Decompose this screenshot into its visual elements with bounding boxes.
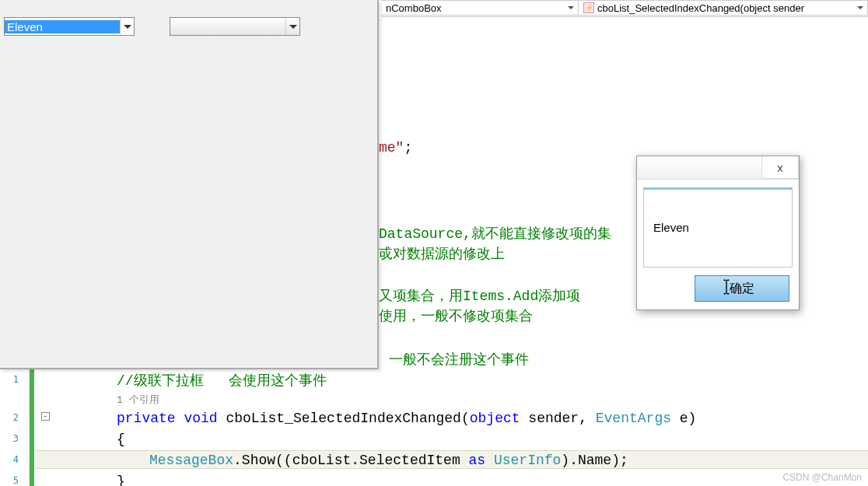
dialog-button-row: 确定 (643, 267, 793, 303)
nav-member-dropdown[interactable]: ⚡ cboList_SelectedIndexChanged(object se… (579, 0, 868, 16)
watermark: CSDN @ChanMon (782, 472, 862, 483)
code-comment: //级联下拉框 会使用这个事件 (117, 371, 860, 390)
lightning-icon: ⚡ (583, 2, 594, 13)
editor-nav-bar: nComboBox ⚡ cboList_SelectedIndexChanged… (381, 0, 868, 17)
code-brace: } (117, 474, 860, 486)
code-frag: me"; (379, 140, 860, 156)
nav-type-label: nComboBox (386, 2, 442, 14)
line-number: 1 (0, 374, 19, 385)
line-number: 3 (0, 433, 19, 444)
chevron-down-icon[interactable] (285, 18, 299, 35)
ok-button[interactable]: 确定 (695, 275, 789, 302)
combobox-2[interactable] (170, 17, 300, 36)
combobox-1-value: Eleven (5, 20, 120, 33)
fold-toggle[interactable]: - (41, 412, 50, 421)
nav-type-dropdown[interactable]: nComboBox (381, 0, 579, 16)
chevron-down-icon[interactable] (120, 18, 134, 35)
line-number: 2 (0, 412, 19, 423)
dialog-body: Eleven 确定 (637, 180, 799, 309)
code-brace: { (117, 432, 860, 447)
code-signature: private void cboList_SelectedIndexChange… (117, 411, 860, 426)
messagebox-dialog: x Eleven 确定 (636, 156, 800, 310)
line-number: 4 (0, 454, 19, 465)
winforms-designer: Eleven (0, 0, 379, 369)
dialog-message: Eleven (643, 187, 793, 267)
change-indicator (30, 369, 34, 486)
dialog-titlebar[interactable]: x (637, 156, 799, 180)
close-icon[interactable]: x (761, 156, 799, 179)
code-comment: 一般不会注册这个事件 (389, 350, 860, 369)
combobox-1[interactable]: Eleven (4, 17, 135, 36)
code-messagebox-call: MessageBox.Show((cboList.SelectedItem as… (149, 453, 860, 468)
line-number: 5 (0, 475, 19, 486)
nav-member-label: cboList_SelectedIndexChanged(object send… (597, 2, 804, 14)
references-label[interactable]: 1 个引用 (117, 393, 860, 407)
